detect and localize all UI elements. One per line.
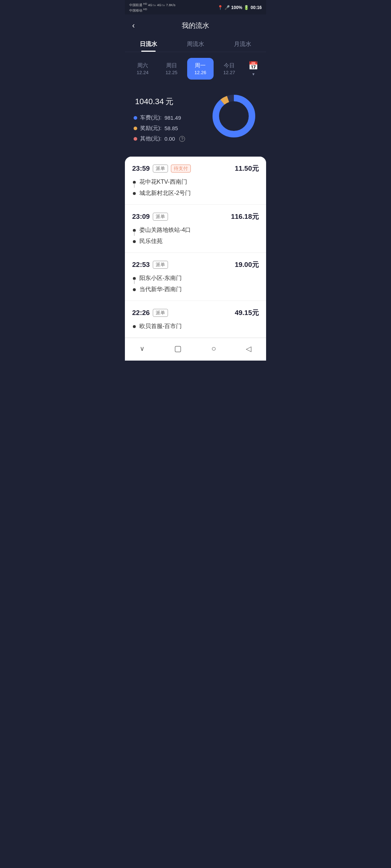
page-title: 我的流水 [182,21,209,30]
svg-point-1 [216,98,252,134]
time: 00:16 [251,5,262,10]
order-3: 22:53 派单 19.00元 阳东小区-东南门 当代新华-西南门 [125,253,266,301]
order-1-amount: 11.50元 [235,164,259,173]
nav-down-button[interactable]: ∨ [133,343,152,354]
day-sunday[interactable]: 周日 12.25 [158,58,185,80]
carrier2: 中国移动 HD [129,8,175,13]
order-4-from: 欧贝首服-百市门 [133,323,259,330]
bonus-dot [134,127,137,130]
order-3-time: 22:53 [132,261,150,269]
order-2-amount: 116.18元 [231,212,259,221]
order-4-time: 22:26 [132,309,150,317]
order-3-header: 22:53 派单 19.00元 [132,260,259,269]
order-2-time: 23:09 [132,213,150,221]
order-1-tag-dispatch: 派单 [153,165,168,173]
back-button[interactable]: ‹ [132,21,135,30]
order-2-to: 民乐佳苑 [133,238,259,245]
chevron-down-icon: ▾ [252,72,255,77]
info-icon[interactable]: ? [179,136,185,142]
order-2-tag-dispatch: 派单 [153,213,168,221]
carrier1: 中国联通 HD 4G↑ᵢₗₗ 4G↑ᵢₗₗ 7.8K/s [129,2,175,8]
order-4: 22:26 派单 49.15元 欧贝首服-百市门 [125,301,266,338]
order-2: 23:09 派单 116.18元 娄山关路地铁站-4口 民乐佳苑 [125,205,266,253]
battery-icon: 🔋 [244,5,249,10]
order-1-time: 23:59 [132,165,150,173]
nav-square-button[interactable]: ▢ [167,342,189,355]
location-icon: 📍 [218,5,223,10]
order-1-time-tags: 23:59 派单 待支付 [132,165,191,173]
tab-bar: 日流水 周流水 月流水 [125,35,266,52]
stats-section: 1040.34元 车费(元): 981.49 奖励(元): 58.85 其他(元… [125,87,266,157]
fare-dot [134,116,137,120]
total-amount: 1040.34元 [134,90,210,108]
day-saturday[interactable]: 周六 12.24 [129,58,156,80]
nav-back-button[interactable]: ◁ [239,343,258,354]
order-3-route: 阳东小区-东南门 当代新华-西南门 [132,275,259,293]
status-right: 📍 🎤 100% 🔋 00:16 [218,5,262,10]
orders-list: 23:59 派单 待支付 11.50元 花中花KTV-西南门 城北新村北区-2号… [125,157,266,338]
order-1-route: 花中花KTV-西南门 城北新村北区-2号门 [132,178,259,197]
to-dot [133,192,136,195]
order-1-tag-pending: 待支付 [171,165,191,173]
order-1: 23:59 派单 待支付 11.50元 花中花KTV-西南门 城北新村北区-2号… [125,157,266,205]
order-1-from: 花中花KTV-西南门 [133,178,259,186]
tab-monthly[interactable]: 月流水 [219,35,266,52]
fare-row: 车费(元): 981.49 [134,114,210,121]
mic-icon: 🎤 [224,5,230,10]
order-2-from: 娄山关路地铁站-4口 [133,226,259,234]
order-1-to: 城北新村北区-2号门 [133,190,259,197]
from-dot [133,325,136,328]
route-line [134,280,135,284]
carrier-info: 中国联通 HD 4G↑ᵢₗₗ 4G↑ᵢₗₗ 7.8K/s 中国移动 HD [129,2,175,13]
header: ‹ 我的流水 [125,14,266,35]
order-4-time-tags: 22:26 派单 [132,309,168,317]
day-today[interactable]: 今日 12.27 [216,58,243,80]
order-3-tag-dispatch: 派单 [153,261,168,269]
bottom-nav: ∨ ▢ ○ ◁ [125,338,266,361]
order-1-header: 23:59 派单 待支付 11.50元 [132,164,259,173]
order-2-time-tags: 23:09 派单 [132,213,168,221]
order-3-to: 当代新华-西南门 [133,286,259,293]
battery-percent: 100% [231,5,243,10]
route-line [134,183,135,188]
order-4-header: 22:26 派单 49.15元 [132,308,259,318]
nav-home-button[interactable]: ○ [204,342,223,355]
route-line [134,231,135,236]
order-3-time-tags: 22:53 派单 [132,261,168,269]
donut-chart [210,93,257,140]
order-4-amount: 49.15元 [235,308,259,318]
tab-daily[interactable]: 日流水 [125,35,172,52]
to-dot [133,240,136,243]
stats-left: 1040.34元 车费(元): 981.49 奖励(元): 58.85 其他(元… [134,90,210,146]
order-4-tag-dispatch: 派单 [153,309,168,317]
other-dot [134,137,137,141]
order-2-route: 娄山关路地铁站-4口 民乐佳苑 [132,226,259,245]
day-monday[interactable]: 周一 12.26 [187,58,214,80]
bonus-row: 奖励(元): 58.85 [134,125,210,132]
other-row: 其他(元): 0.00 ? [134,135,210,142]
status-bar: 中国联通 HD 4G↑ᵢₗₗ 4G↑ᵢₗₗ 7.8K/s 中国移动 HD 📍 🎤… [125,0,266,14]
order-3-amount: 19.00元 [235,260,259,269]
order-2-header: 23:09 派单 116.18元 [132,212,259,221]
tab-weekly[interactable]: 周流水 [172,35,219,52]
day-selector: 周六 12.24 周日 12.25 周一 12.26 今日 12.27 📅 ▾ [125,52,266,87]
to-dot [133,288,136,291]
order-4-route: 欧贝首服-百市门 [132,323,259,330]
calendar-button[interactable]: 📅 ▾ [245,58,262,80]
order-3-from: 阳东小区-东南门 [133,275,259,282]
calendar-icon: 📅 [248,61,258,71]
